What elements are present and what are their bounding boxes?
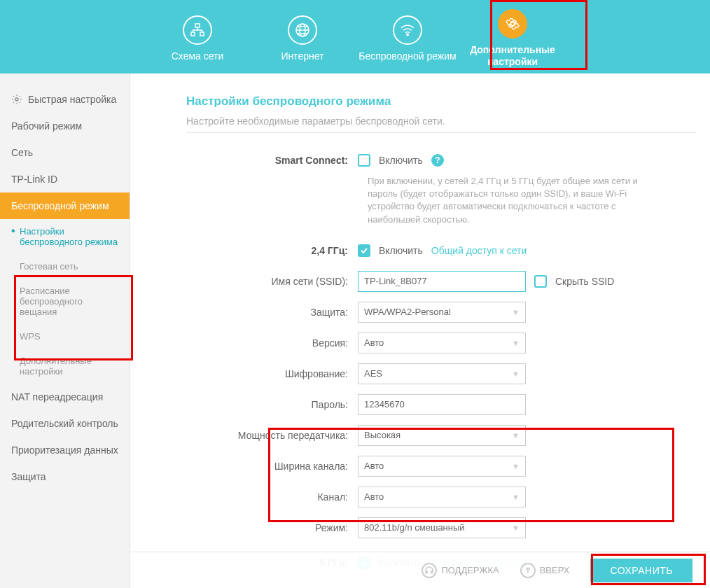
sidebar-quick-setup[interactable]: Быстрая настройка — [0, 86, 130, 113]
label-security: Защита: — [144, 307, 358, 318]
select-value: Авто — [364, 337, 384, 348]
label-ssid: Имя сети (SSID): — [144, 276, 358, 287]
label-mode: Режим: — [144, 522, 358, 533]
select-value: Высокая — [364, 430, 401, 440]
label-password: Пароль: — [144, 399, 358, 410]
advanced-icon — [498, 9, 527, 38]
select-security[interactable]: WPA/WPA2-Personal▼ — [358, 302, 526, 323]
checkbox-hide-ssid[interactable] — [534, 275, 547, 288]
select-value: WPA/WPA2-Personal — [364, 307, 451, 317]
chevron-down-icon: ▼ — [512, 339, 520, 347]
sidebar-label: Быстрая настройка — [28, 94, 116, 105]
chevron-down-icon: ▼ — [512, 462, 520, 470]
footer-support[interactable]: ПОДДЕРЖКА — [422, 563, 499, 578]
svg-point-5 — [407, 34, 408, 35]
select-encryption[interactable]: AES▼ — [358, 363, 526, 384]
topnav-item-network-map[interactable]: Схема сети — [145, 12, 250, 62]
footer-label: ПОДДЕРЖКА — [441, 565, 499, 575]
sidebar-item-nat[interactable]: NAT переадресация — [0, 384, 130, 410]
chevron-down-icon: ▼ — [512, 524, 520, 532]
input-password[interactable] — [358, 394, 526, 415]
select-chwidth[interactable]: Авто▼ — [358, 456, 526, 477]
select-mode[interactable]: 802.11b/g/n смешанный▼ — [358, 517, 526, 538]
chevron-down-icon: ▼ — [512, 308, 520, 316]
svg-rect-2 — [200, 32, 204, 36]
topnav-item-wireless[interactable]: Беспроводной режим — [355, 12, 460, 62]
label-chwidth: Ширина канала: — [144, 461, 358, 472]
svg-rect-1 — [191, 32, 195, 36]
label-encryption: Шифрование: — [144, 368, 358, 379]
sidebar-item-operation-mode[interactable]: Рабочий режим — [0, 113, 130, 139]
label-smart-connect: Smart Connect: — [144, 155, 358, 166]
topnav-item-internet[interactable]: Интернет — [250, 12, 355, 62]
sidebar-item-wireless[interactable]: Беспроводной режим — [0, 192, 130, 219]
svg-rect-0 — [195, 24, 200, 27]
link-sharing-24[interactable]: Общий доступ к сети — [431, 245, 527, 256]
page-subtitle: Настройте необходимые параметры беспрово… — [186, 115, 696, 127]
support-icon — [422, 563, 437, 578]
footer-bar: ПОДДЕРЖКА ВВЕРХ СОХРАНИТЬ — [130, 552, 710, 588]
sidebar-sub-advanced[interactable]: Дополнительные настройки — [0, 349, 130, 384]
help-icon[interactable]: ? — [431, 154, 444, 167]
hide-ssid-label: Скрыть SSID — [555, 276, 614, 287]
checkbox-label: Включить — [379, 245, 423, 256]
sidebar-item-qos[interactable]: Приоритезация данных — [0, 437, 130, 463]
internet-icon — [288, 15, 317, 45]
label-24ghz: 2,4 ГГц: — [144, 245, 358, 256]
gear-icon — [11, 94, 22, 105]
topnav-label: Схема сети — [145, 50, 250, 62]
sidebar-item-network[interactable]: Сеть — [0, 139, 130, 166]
select-value: Авто — [364, 461, 384, 471]
svg-point-7 — [15, 98, 18, 101]
label-txpower: Мощность передатчика: — [144, 430, 358, 441]
label-version: Версия: — [144, 337, 358, 349]
topnav-label: Интернет — [250, 50, 355, 62]
select-value: Авто — [364, 491, 384, 502]
checkbox-label: Включить — [379, 155, 423, 166]
footer-label: ВВЕРХ — [540, 565, 570, 575]
content-area: Настройки беспроводного режима Настройте… — [130, 74, 710, 588]
sidebar-sub-wps[interactable]: WPS — [0, 324, 130, 349]
input-ssid[interactable] — [358, 271, 526, 292]
chevron-down-icon: ▼ — [512, 431, 520, 440]
wireless-icon — [393, 15, 422, 45]
topnav-label: Беспроводной режим — [355, 50, 460, 62]
select-value: 802.11b/g/n смешанный — [364, 522, 465, 533]
page-title: Настройки беспроводного режима — [186, 94, 696, 108]
select-channel[interactable]: Авто▼ — [358, 486, 526, 507]
divider — [186, 132, 696, 133]
select-version[interactable]: Авто▼ — [358, 332, 526, 354]
sidebar-sub-guest-network[interactable]: Гостевая сеть — [0, 254, 130, 279]
chevron-down-icon: ▼ — [512, 493, 520, 501]
topnav-label: Дополнительные настройки — [460, 44, 565, 68]
network-map-icon — [183, 15, 212, 45]
sidebar: Быстрая настройка Рабочий режим Сеть TP-… — [0, 74, 130, 588]
select-value: AES — [364, 368, 382, 379]
top-nav: Схема сети Интернет Беспроводной режим Д… — [0, 0, 710, 74]
sidebar-item-parental[interactable]: Родительский контроль — [0, 410, 130, 437]
label-channel: Канал: — [144, 491, 358, 503]
select-txpower[interactable]: Высокая▼ — [358, 425, 526, 446]
svg-point-6 — [511, 22, 515, 26]
sidebar-sub-wireless-settings[interactable]: Настройки беспроводного режима — [0, 219, 130, 254]
topnav-item-advanced[interactable]: Дополнительные настройки — [460, 6, 565, 68]
sidebar-item-security[interactable]: Защита — [0, 463, 130, 490]
up-icon — [520, 563, 536, 578]
chevron-down-icon: ▼ — [512, 370, 520, 378]
checkbox-smart-connect[interactable] — [358, 154, 370, 167]
footer-top[interactable]: ВВЕРХ — [520, 563, 570, 578]
sidebar-sub-schedule[interactable]: Расписание беспроводного вещания — [0, 279, 130, 324]
sidebar-item-tplink-id[interactable]: TP-Link ID — [0, 166, 130, 192]
smart-connect-hint: При включении, у сетей 2,4 ГГц и 5 ГГц б… — [368, 175, 662, 226]
save-button[interactable]: СОХРАНИТЬ — [590, 559, 692, 582]
checkbox-24ghz-enable[interactable] — [358, 244, 370, 257]
